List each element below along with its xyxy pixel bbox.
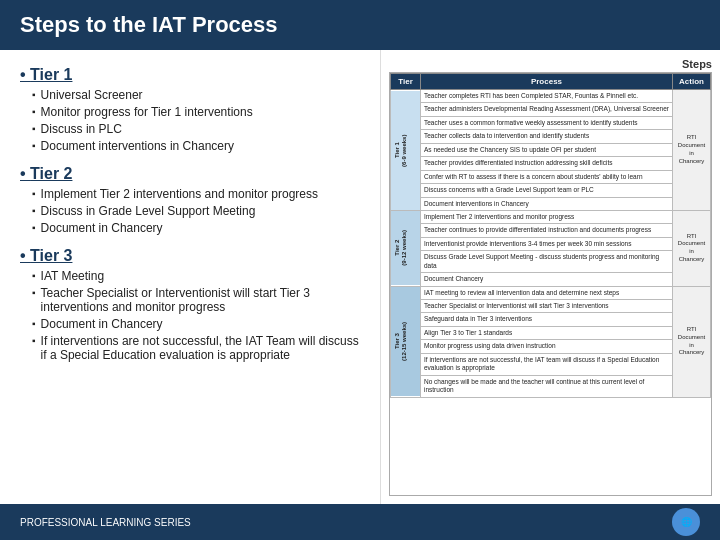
table-row: Tier 2(9-12 weeks) Implement Tier 2 inte… bbox=[391, 210, 711, 223]
table-cell: If interventions are not successful, the… bbox=[421, 353, 673, 375]
tier3-action-cell: RTIDocumentinChancery bbox=[673, 286, 711, 397]
list-item: If interventions are not successful, the… bbox=[32, 334, 360, 362]
table-cell: Teacher collects data to intervention an… bbox=[421, 130, 673, 143]
table-cell: As needed use the Chancery SIS to update… bbox=[421, 143, 673, 156]
tier1-row-label: Tier 1(6-9 weeks) bbox=[391, 90, 421, 211]
tier2-section: • Tier 2 Implement Tier 2 interventions … bbox=[20, 165, 360, 235]
table-cell: Teacher provides differentiated instruct… bbox=[421, 157, 673, 170]
tier3-row-label: Tier 3(12-15 weeks) bbox=[391, 286, 421, 397]
table-cell: Confer with RT to assess if there is a c… bbox=[421, 170, 673, 183]
table-cell: Teacher continues to provide differentia… bbox=[421, 224, 673, 237]
tier3-title: • Tier 3 bbox=[20, 247, 360, 265]
tier1-title: • Tier 1 bbox=[20, 66, 360, 84]
footer-logo: 🌐 bbox=[672, 508, 700, 536]
table-cell: Monitor progress using data driven instr… bbox=[421, 340, 673, 353]
tier3-items: IAT Meeting Teacher Specialist or Interv… bbox=[20, 269, 360, 362]
table-cell: Document interventions in Chancery bbox=[421, 197, 673, 210]
table-row: Discuss concerns with a Grade Level Supp… bbox=[391, 184, 711, 197]
col-tier: Tier bbox=[391, 74, 421, 90]
page-header: Steps to the IAT Process bbox=[0, 0, 720, 50]
tier2-row-label: Tier 2(9-12 weeks) bbox=[391, 210, 421, 286]
table-row: Teacher Specialist or Interventionist wi… bbox=[391, 300, 711, 313]
table-row: Teacher collects data to intervention an… bbox=[391, 130, 711, 143]
table-cell: Interventionist provide interventions 3-… bbox=[421, 237, 673, 250]
tier2-action-cell: RTIDocumentinChancery bbox=[673, 210, 711, 286]
list-item: Discuss in PLC bbox=[32, 122, 360, 136]
table-row: Teacher provides differentiated instruct… bbox=[391, 157, 711, 170]
list-item: Document in Chancery bbox=[32, 221, 360, 235]
table-cell: Implement Tier 2 interventions and monit… bbox=[421, 210, 673, 223]
list-item: Monitor progress for Tier 1 intervention… bbox=[32, 105, 360, 119]
table-row: Teacher administers Developmental Readin… bbox=[391, 103, 711, 116]
page-title: Steps to the IAT Process bbox=[20, 12, 278, 37]
table-row: Teacher continues to provide differentia… bbox=[391, 224, 711, 237]
table-cell: Teacher administers Developmental Readin… bbox=[421, 103, 673, 116]
footer: PROFESSIONAL LEARNING SERIES 🌐 bbox=[0, 504, 720, 540]
main-content: • Tier 1 Universal Screener Monitor prog… bbox=[0, 50, 720, 504]
right-panel: Steps Tier Process Action Tier 1(6-9 wee… bbox=[380, 50, 720, 504]
table-row: Monitor progress using data driven instr… bbox=[391, 340, 711, 353]
list-item: IAT Meeting bbox=[32, 269, 360, 283]
footer-text: PROFESSIONAL LEARNING SERIES bbox=[20, 517, 191, 528]
table-cell: Discuss concerns with a Grade Level Supp… bbox=[421, 184, 673, 197]
table-row: Teacher uses a common formative weekly a… bbox=[391, 116, 711, 129]
table-row: No changes will be made and the teacher … bbox=[391, 375, 711, 397]
tier1-section: • Tier 1 Universal Screener Monitor prog… bbox=[20, 66, 360, 153]
steps-table: Tier Process Action Tier 1(6-9 weeks) Te… bbox=[390, 73, 711, 398]
col-process: Process bbox=[421, 74, 673, 90]
table-row: Discuss Grade Level Support Meeting - di… bbox=[391, 251, 711, 273]
table-row: If interventions are not successful, the… bbox=[391, 353, 711, 375]
tier2-items: Implement Tier 2 interventions and monit… bbox=[20, 187, 360, 235]
list-item: Universal Screener bbox=[32, 88, 360, 102]
table-cell: Safeguard data in Tier 3 interventions bbox=[421, 313, 673, 326]
page: Steps to the IAT Process • Tier 1 Univer… bbox=[0, 0, 720, 540]
list-item: Document in Chancery bbox=[32, 317, 360, 331]
table-row: Document Chancery bbox=[391, 273, 711, 286]
list-item: Discuss in Grade Level Support Meeting bbox=[32, 204, 360, 218]
list-item: Teacher Specialist or Interventionist wi… bbox=[32, 286, 360, 314]
table-cell: Discuss Grade Level Support Meeting - di… bbox=[421, 251, 673, 273]
table-cell: Document Chancery bbox=[421, 273, 673, 286]
table-cell: IAT meeting to review all intervention d… bbox=[421, 286, 673, 299]
tier1-action-cell: RTIDocumentinChancery bbox=[673, 90, 711, 211]
steps-label: Steps bbox=[389, 58, 712, 70]
table-cell: Teacher Specialist or Interventionist wi… bbox=[421, 300, 673, 313]
table-row: Tier 1(6-9 weeks) Teacher completes RTI … bbox=[391, 90, 711, 103]
table-row: As needed use the Chancery SIS to update… bbox=[391, 143, 711, 156]
tier2-title: • Tier 2 bbox=[20, 165, 360, 183]
table-row: Interventionist provide interventions 3-… bbox=[391, 237, 711, 250]
tier1-items: Universal Screener Monitor progress for … bbox=[20, 88, 360, 153]
col-action: Action bbox=[673, 74, 711, 90]
left-panel: • Tier 1 Universal Screener Monitor prog… bbox=[0, 50, 380, 504]
table-row: Tier 3(12-15 weeks) IAT meeting to revie… bbox=[391, 286, 711, 299]
table-cell: Teacher completes RTI has been Completed… bbox=[421, 90, 673, 103]
table-row: Align Tier 3 to Tier 1 standards bbox=[391, 326, 711, 339]
table-row: Document interventions in Chancery bbox=[391, 197, 711, 210]
list-item: Implement Tier 2 interventions and monit… bbox=[32, 187, 360, 201]
steps-table-container: Tier Process Action Tier 1(6-9 weeks) Te… bbox=[389, 72, 712, 496]
table-row: Confer with RT to assess if there is a c… bbox=[391, 170, 711, 183]
table-cell: Align Tier 3 to Tier 1 standards bbox=[421, 326, 673, 339]
table-cell: No changes will be made and the teacher … bbox=[421, 375, 673, 397]
table-cell: Teacher uses a common formative weekly a… bbox=[421, 116, 673, 129]
tier3-section: • Tier 3 IAT Meeting Teacher Specialist … bbox=[20, 247, 360, 362]
logo-icon: 🌐 bbox=[681, 517, 692, 527]
list-item: Document interventions in Chancery bbox=[32, 139, 360, 153]
table-row: Safeguard data in Tier 3 interventions bbox=[391, 313, 711, 326]
